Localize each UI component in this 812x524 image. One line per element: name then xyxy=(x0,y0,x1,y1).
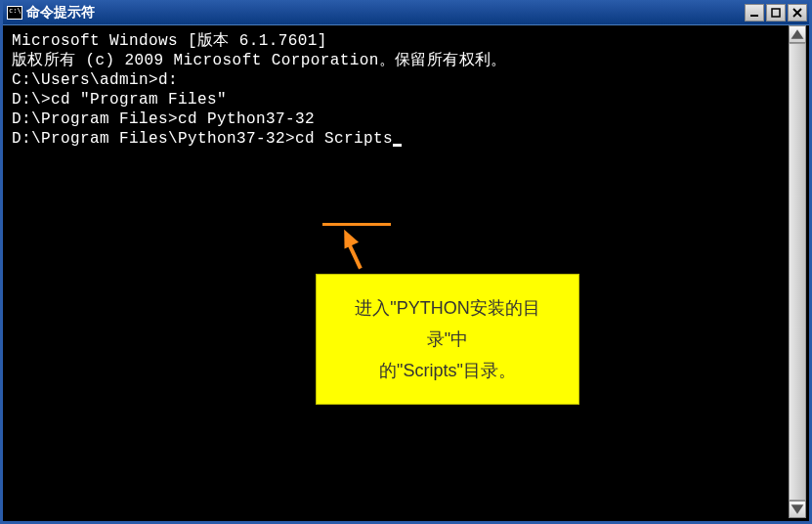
callout-line: 的"Scripts"目录。 xyxy=(338,355,557,386)
maximize-button[interactable] xyxy=(766,4,786,22)
terminal-output[interactable]: Microsoft Windows [版本 6.1.7601] 版权所有 (c)… xyxy=(6,25,806,518)
callout-line: 进入"PYTHON安装的目录"中 xyxy=(338,292,557,355)
scroll-down-button[interactable] xyxy=(789,501,806,518)
close-button[interactable] xyxy=(788,4,807,22)
svg-marker-4 xyxy=(791,29,804,39)
cursor-icon xyxy=(393,144,402,147)
current-command: D:\Program Files\Python37-32>cd Scripts xyxy=(12,130,393,148)
output-line: 版权所有 (c) 2009 Microsoft Corporation。保留所有… xyxy=(12,51,800,70)
output-line: C:\Users\admin>d: xyxy=(12,70,800,90)
annotation-underline xyxy=(322,223,391,226)
scrollbar-thumb[interactable] xyxy=(789,43,806,501)
chevron-down-icon xyxy=(790,502,805,517)
window-controls xyxy=(745,4,807,22)
svg-rect-0 xyxy=(750,15,758,17)
annotation-callout: 进入"PYTHON安装的目录"中 的"Scripts"目录。 xyxy=(316,274,579,405)
svg-marker-5 xyxy=(791,504,804,514)
prompt-line: D:\Program Files\Python37-32>cd Scripts xyxy=(12,129,800,149)
window-title: 命令提示符 xyxy=(26,4,745,22)
command-prompt-window: 命令提示符 Microsoft Windows [版本 6.1.7601] 版权… xyxy=(0,0,812,524)
close-icon xyxy=(791,7,803,19)
app-icon xyxy=(7,6,22,20)
scroll-up-button[interactable] xyxy=(789,25,806,43)
output-line: D:\Program Files>cd Python37-32 xyxy=(12,109,800,129)
chevron-up-icon xyxy=(790,26,805,42)
minimize-button[interactable] xyxy=(745,4,764,22)
output-line: D:\>cd "Program Files" xyxy=(12,90,800,109)
output-line: Microsoft Windows [版本 6.1.7601] xyxy=(12,31,800,51)
svg-rect-1 xyxy=(772,9,780,17)
vertical-scrollbar[interactable] xyxy=(789,25,806,518)
scrollbar-track[interactable] xyxy=(789,43,806,501)
titlebar[interactable]: 命令提示符 xyxy=(3,0,809,25)
minimize-icon xyxy=(748,7,760,19)
maximize-icon xyxy=(770,7,782,19)
